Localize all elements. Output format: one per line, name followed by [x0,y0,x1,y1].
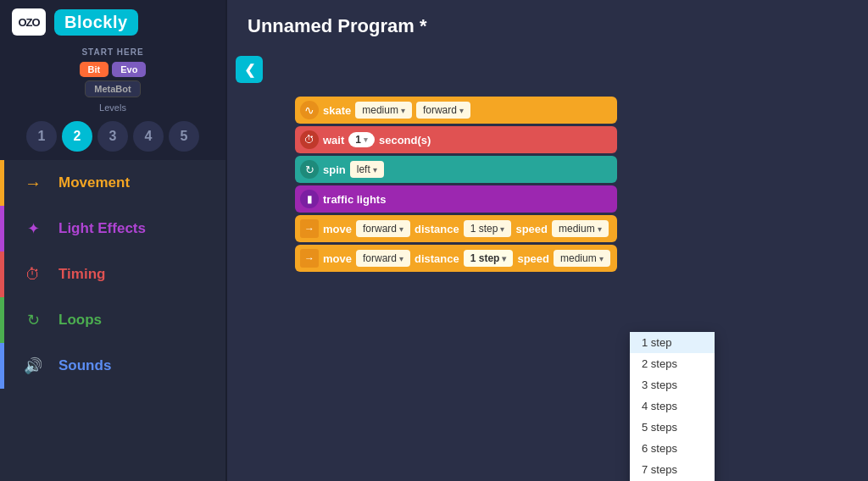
level-buttons: 1 2 3 4 5 [0,121,225,160]
start-here-label: START HERE [12,47,214,57]
dropdown-item-2steps[interactable]: 2 steps [630,353,715,374]
loops-label: Loops [58,312,102,329]
move2-speed-dropdown[interactable]: medium [554,250,610,267]
skate-speed-dropdown[interactable]: medium [355,102,412,119]
timing-label: Timing [58,266,105,283]
move1-speed-dropdown[interactable]: medium [552,220,609,237]
wait-label: wait [323,134,344,147]
program-title: Unnamed Program * [248,15,427,36]
collapse-button[interactable]: ❮ [236,56,263,83]
dropdown-item-7steps[interactable]: 7 steps [630,459,715,480]
move2-label: move [323,252,352,265]
metabot-button[interactable]: MetaBot [85,80,140,97]
level-5-button[interactable]: 5 [169,121,199,152]
move1-speed-label: speed [515,223,548,235]
move2-direction-dropdown[interactable]: forward [356,250,410,267]
wait-block[interactable]: ⏱ wait 1 second(s) [295,126,617,153]
skate-icon: ∿ [300,101,319,119]
movement-icon: → [21,171,45,195]
sidebar-item-timing[interactable]: ⏱ Timing [0,252,225,297]
blocks-container: ∿ skate medium forward ⏱ wait 1 second(s… [295,97,617,274]
main-header: Unnamed Program * [227,0,868,46]
spin-label: spin [323,163,346,176]
level-4-button[interactable]: 4 [133,121,164,152]
skate-block[interactable]: ∿ skate medium forward [295,97,617,124]
light-effects-icon: ✦ [21,217,45,240]
canvas-area: ❮ ∿ skate medium forward ⏱ wait 1 second… [227,46,868,481]
move2-distance-dropdown[interactable]: 1 step [464,250,514,267]
level-1-button[interactable]: 1 [26,121,57,152]
dropdown-item-6steps[interactable]: 6 steps [630,438,715,459]
skate-direction-dropdown[interactable]: forward [416,102,470,119]
start-here-section: START HERE Bit Evo MetaBot Levels [0,41,225,121]
timing-icon: ⏱ [21,263,45,286]
move1-icon: → [300,219,319,238]
skate-label: skate [323,104,351,117]
sidebar-item-light-effects[interactable]: ✦ Light Effects [0,206,225,252]
level-2-button[interactable]: 2 [62,121,92,152]
main-area: Unnamed Program * ❮ ∿ skate medium forwa… [227,0,868,481]
dropdown-item-5steps[interactable]: 5 steps [630,417,715,438]
light-effects-label: Light Effects [58,220,146,237]
move-block-1[interactable]: → move forward distance 1 step speed med… [295,215,617,242]
robot-row-bottom: MetaBot [85,80,140,97]
loops-icon: ↻ [21,308,45,332]
robot-buttons: Bit Evo MetaBot [12,62,214,97]
move1-label: move [323,223,352,235]
sidebar: OZO Blockly START HERE Bit Evo MetaBot L… [0,0,227,481]
spin-direction-dropdown[interactable]: left [350,161,384,178]
move2-speed-label: speed [517,252,549,265]
dropdown-item-4steps[interactable]: 4 steps [630,395,715,417]
spin-icon: ↻ [300,160,319,179]
move2-icon: → [300,249,319,268]
move2-distance-label: distance [415,252,459,265]
bit-button[interactable]: Bit [80,62,109,77]
nav-items: → Movement ✦ Light Effects ⏱ Timing ↻ Lo… [0,160,225,481]
move1-direction-dropdown[interactable]: forward [356,220,410,237]
distance-dropdown-menu: 1 step 2 steps 3 steps 4 steps 5 steps 6… [630,332,715,481]
wait-icon: ⏱ [300,130,319,149]
sidebar-item-loops[interactable]: ↻ Loops [0,297,225,343]
blockly-logo: Blockly [54,9,138,36]
level-3-button[interactable]: 3 [97,121,128,152]
dropdown-item-1step[interactable]: 1 step [630,332,715,353]
move1-distance-label: distance [415,223,459,235]
evo-button[interactable]: Evo [112,62,146,77]
move1-distance-dropdown[interactable]: 1 step [464,220,512,237]
levels-label: Levels [12,102,214,113]
sidebar-header: OZO Blockly [0,0,225,41]
sounds-icon: 🔊 [21,354,45,378]
traffic-lights-label: traffic lights [323,193,386,206]
dropdown-item-3steps[interactable]: 3 steps [630,374,715,395]
movement-label: Movement [58,174,130,191]
sidebar-item-movement[interactable]: → Movement [0,160,225,206]
sounds-label: Sounds [58,357,111,374]
traffic-icon: ▮ [300,190,319,208]
sidebar-item-sounds[interactable]: 🔊 Sounds [0,343,225,389]
move-block-2[interactable]: → move forward distance 1 step speed med… [295,245,617,272]
traffic-lights-block[interactable]: ▮ traffic lights [295,185,617,213]
wait-num-dropdown[interactable]: 1 [348,132,375,147]
ozo-logo: OZO [12,8,46,36]
wait-seconds-label: second(s) [379,134,431,147]
spin-block[interactable]: ↻ spin left [295,156,617,183]
robot-row-top: Bit Evo [80,62,147,77]
